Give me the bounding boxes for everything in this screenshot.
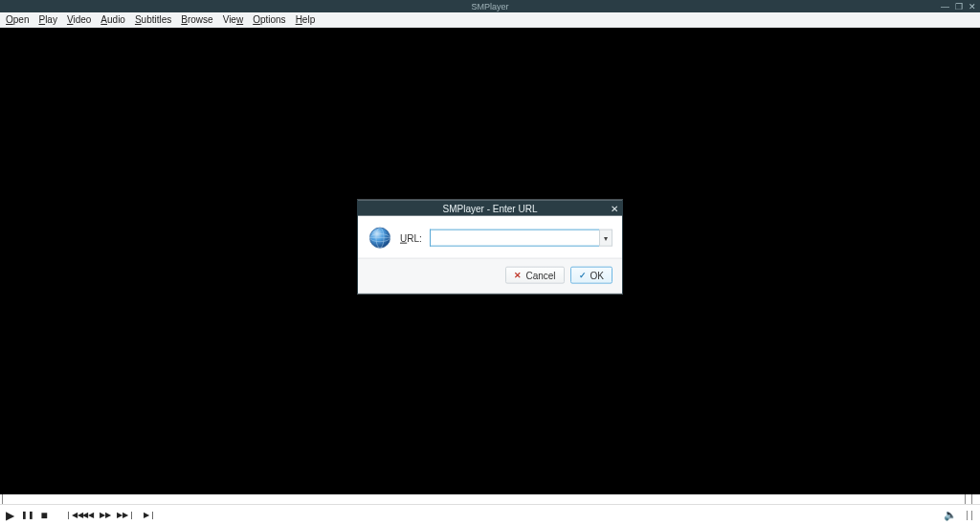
next-forward-button[interactable]: ▶▶❘ <box>117 511 128 519</box>
menu-play[interactable]: Play <box>38 14 56 25</box>
dialog-titlebar: SMPlayer - Enter URL ✕ <box>358 201 622 216</box>
cancel-icon: ✕ <box>514 271 522 280</box>
menu-help[interactable]: Help <box>296 14 316 25</box>
forward-button[interactable]: ▶▶ <box>100 511 111 519</box>
globe-icon <box>368 226 392 251</box>
play-button[interactable]: ▶ <box>4 509 15 522</box>
seek-end-marker <box>965 494 972 504</box>
menu-audio[interactable]: Audio <box>100 14 125 25</box>
seek-bar[interactable] <box>0 494 980 505</box>
menu-browse[interactable]: Browse <box>181 14 212 25</box>
maximize-icon[interactable]: ❐ <box>955 2 963 11</box>
dialog-title: SMPlayer - Enter URL <box>443 203 538 213</box>
url-combobox: ▾ <box>430 230 612 247</box>
ok-icon: ✓ <box>579 271 587 280</box>
menubar: OpenPlayVideoAudioSubtitlesBrowseViewOpt… <box>0 12 980 28</box>
seek-start-marker <box>2 494 8 504</box>
chevron-down-icon[interactable]: ▾ <box>599 230 612 247</box>
menu-view[interactable]: View <box>223 14 244 25</box>
menu-video[interactable]: Video <box>67 14 91 25</box>
prev-rewind-button[interactable]: ❘◀◀ <box>65 511 77 519</box>
dialog-close-icon[interactable]: ✕ <box>611 201 618 216</box>
pause-button[interactable]: ❚❚ <box>21 511 33 519</box>
url-input[interactable] <box>430 230 599 247</box>
menu-options[interactable]: Options <box>253 14 285 25</box>
video-area: SMPlayer - Enter URL ✕ <box>0 28 980 494</box>
volume-end-marker <box>967 511 972 520</box>
window-title: SMPlayer <box>471 2 508 11</box>
volume-icon[interactable]: 🔈 <box>944 509 957 521</box>
menu-open[interactable]: Open <box>6 14 29 25</box>
ok-button[interactable]: ✓ OK <box>570 267 612 284</box>
ok-button-label: OK <box>590 270 604 280</box>
enter-url-dialog: SMPlayer - Enter URL ✕ <box>357 200 623 295</box>
rewind-button[interactable]: ◀◀ <box>82 511 94 519</box>
menu-subtitles[interactable]: Subtitles <box>135 14 171 25</box>
minimize-icon[interactable]: — <box>941 2 949 11</box>
url-label: URL: <box>400 232 422 243</box>
close-icon[interactable]: ✕ <box>969 2 976 11</box>
cancel-button[interactable]: ✕ Cancel <box>505 267 564 284</box>
stop-button[interactable]: ■ <box>38 509 50 522</box>
controls-bar: ▶ ❚❚ ■ ❘◀◀ ◀◀ ▶▶ ▶▶❘ ▶❘ 🔈 <box>0 505 980 525</box>
window-titlebar: SMPlayer — ❐ ✕ <box>0 0 980 12</box>
frame-step-button[interactable]: ▶❘ <box>144 511 155 519</box>
cancel-button-label: Cancel <box>525 270 555 280</box>
